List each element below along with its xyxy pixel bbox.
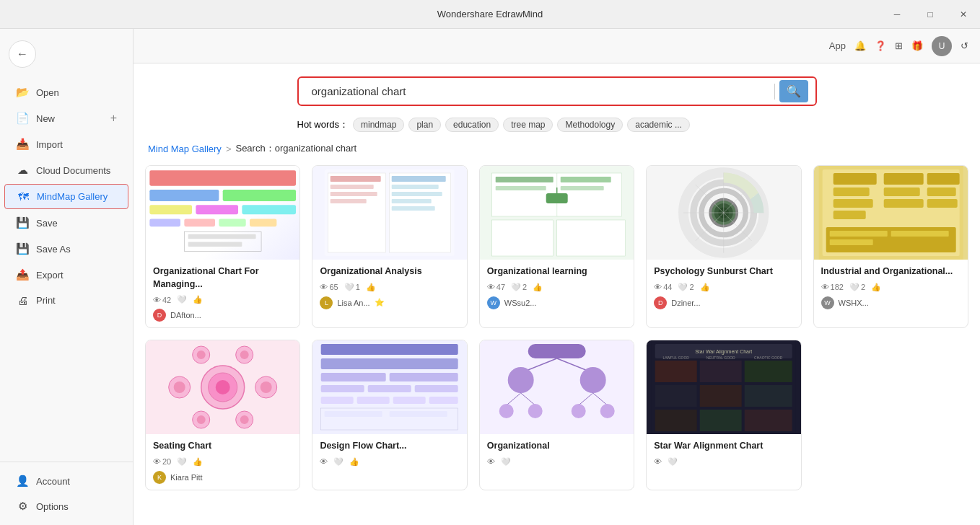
sidebar-item-new[interactable]: 📄 New + <box>4 106 128 131</box>
svg-point-98 <box>507 367 533 393</box>
gift-icon[interactable]: 🎁 <box>911 40 923 51</box>
sidebar-item-export-label: Export <box>36 270 64 281</box>
svg-rect-116 <box>745 385 792 407</box>
gallery-card-org1[interactable]: Organizational Chart For Managing... 👁 4… <box>145 165 300 328</box>
minimize-button[interactable]: ─ <box>880 0 914 29</box>
thumbs-org2: 👍 <box>366 283 376 292</box>
svg-rect-20 <box>392 176 446 182</box>
title-bar: Wondershare EdrawMind ─ □ ✕ <box>0 0 980 29</box>
search-area: 🔍 <box>134 63 980 113</box>
svg-rect-50 <box>833 188 869 196</box>
sidebar-item-options[interactable]: ⚙ Options <box>4 494 128 519</box>
card-meta-sunburst: 👁 44 🤍 2 👍 <box>654 283 793 292</box>
svg-point-104 <box>499 404 513 418</box>
gallery-card-org2[interactable]: Organizational Analysis 👁 65 🤍 1 👍 L Lis… <box>312 165 467 328</box>
app-button[interactable]: App <box>829 40 846 51</box>
svg-rect-60 <box>829 231 887 237</box>
gallery-card-star[interactable]: Star War Alignment Chart LAWFUL GOOD <box>646 340 801 490</box>
refresh-icon[interactable]: ↺ <box>961 40 968 51</box>
hot-word-methodology[interactable]: Methodology <box>557 118 623 132</box>
save-icon: 💾 <box>16 216 29 229</box>
card-title-star: Star War Alignment Chart <box>654 440 793 453</box>
svg-rect-18 <box>331 199 367 203</box>
views-seat: 👁 20 <box>153 457 171 466</box>
main-content: App 🔔 ❓ ⊞ 🎁 U ↺ 🔍 Hot words： mindmap pla… <box>134 29 980 525</box>
sidebar-item-print-label: Print <box>36 295 56 306</box>
card-thumb-seat <box>146 340 299 434</box>
notification-icon[interactable]: 🔔 <box>854 40 866 51</box>
open-icon: 📂 <box>16 86 29 99</box>
hot-word-mindmap[interactable]: mindmap <box>353 118 404 132</box>
sidebar-item-saveas-label: Save As <box>36 244 71 255</box>
hot-word-academic[interactable]: academic ... <box>627 118 690 132</box>
svg-rect-113 <box>745 361 792 382</box>
card-body-org4: Organizational 👁 🤍 <box>480 434 634 477</box>
search-button[interactable]: 🔍 <box>779 80 808 102</box>
card-thumb-org4 <box>480 340 634 434</box>
sidebar-item-import[interactable]: 📥 Import <box>4 132 128 156</box>
svg-rect-111 <box>655 361 697 382</box>
sidebar-item-mindmap-gallery[interactable]: 🗺 MindMap Gallery <box>4 184 128 209</box>
svg-rect-62 <box>891 231 948 237</box>
views-org1: 👁 42 <box>153 296 171 304</box>
hot-word-treemap[interactable]: tree map <box>503 118 553 132</box>
gallery-card-seat[interactable]: Seating Chart 👁 20 🤍 👍 K Kiara Pitt <box>145 340 300 490</box>
import-icon: 📥 <box>16 138 29 151</box>
maximize-button[interactable]: □ <box>914 0 947 29</box>
author-name-org1: DAfton... <box>170 311 201 319</box>
svg-point-68 <box>174 381 185 393</box>
sidebar-item-print[interactable]: 🖨 Print <box>4 288 128 312</box>
svg-rect-82 <box>321 373 386 381</box>
card-meta-org3: 👁 47 🤍 2 👍 <box>487 283 626 292</box>
svg-rect-89 <box>393 397 426 404</box>
svg-rect-6 <box>149 219 180 227</box>
author-badge-org2: ⭐ <box>375 298 385 307</box>
gallery-card-ind[interactable]: Industrial and Organizational... 👁 182 🤍… <box>813 165 968 328</box>
sidebar-item-open[interactable]: 📂 Open <box>4 80 128 105</box>
svg-text:LAWFUL GOOD: LAWFUL GOOD <box>663 356 690 360</box>
user-avatar-top[interactable]: U <box>932 36 952 56</box>
card-author-seat: K Kiara Pitt <box>153 471 292 484</box>
card-thumb-org1 <box>146 166 299 260</box>
sidebar-item-account[interactable]: 👤 Account <box>4 469 128 493</box>
card-body-ind: Industrial and Organizational... 👁 182 🤍… <box>814 260 968 315</box>
sidebar-item-save-as[interactable]: 💾 Save As <box>4 237 128 261</box>
svg-rect-0 <box>149 170 296 185</box>
card-title-org4: Organizational <box>487 440 626 453</box>
hot-word-education[interactable]: education <box>445 118 499 132</box>
hot-word-plan[interactable]: plan <box>408 118 441 132</box>
new-plus-icon[interactable]: + <box>110 112 117 125</box>
breadcrumb-root[interactable]: Mind Map Gallery <box>148 144 222 154</box>
gallery-card-sunburst[interactable]: Psychology Sunburst Chart 👁 44 🤍 2 👍 D D… <box>646 165 801 328</box>
svg-rect-32 <box>491 220 553 256</box>
back-button[interactable]: ← <box>9 40 36 68</box>
close-button[interactable]: ✕ <box>947 0 980 29</box>
svg-rect-117 <box>655 410 697 431</box>
gallery-card-org4[interactable]: Organizational 👁 🤍 <box>479 340 634 490</box>
card-thumb-star: Star War Alignment Chart LAWFUL GOOD <box>647 340 800 434</box>
author-avatar-org3: W <box>487 296 500 309</box>
card-body-org2: Organizational Analysis 👁 65 🤍 1 👍 L Lis… <box>312 260 466 315</box>
views-org4: 👁 <box>487 457 495 466</box>
grid-icon[interactable]: ⊞ <box>895 40 903 51</box>
sidebar-item-account-label: Account <box>36 476 70 487</box>
svg-rect-9 <box>250 219 276 227</box>
svg-rect-23 <box>392 199 432 203</box>
gallery-card-flow[interactable]: Design Flow Chart... 👁 🤍 👍 <box>312 340 467 490</box>
breadcrumb-separator: > <box>226 144 232 154</box>
author-name-org2: Lisa An... <box>337 299 369 307</box>
svg-rect-115 <box>700 385 742 407</box>
gallery-card-org3[interactable]: Organizational learning 👁 47 🤍 2 👍 W WSs… <box>479 165 634 328</box>
author-avatar-seat: K <box>153 471 166 484</box>
sidebar-item-export[interactable]: 📤 Export <box>4 262 128 287</box>
svg-rect-16 <box>331 185 374 189</box>
svg-rect-54 <box>883 188 919 196</box>
sidebar-item-cloud[interactable]: ☁ Cloud Documents <box>4 158 128 182</box>
save-as-icon: 💾 <box>16 242 29 255</box>
card-thumb-flow <box>312 340 466 434</box>
sidebar-item-save[interactable]: 💾 Save <box>4 211 128 235</box>
author-avatar-org1: D <box>153 309 166 322</box>
breadcrumb: Mind Map Gallery > Search：organizational… <box>134 136 980 161</box>
search-input[interactable] <box>306 78 770 105</box>
help-icon[interactable]: ❓ <box>875 40 886 51</box>
